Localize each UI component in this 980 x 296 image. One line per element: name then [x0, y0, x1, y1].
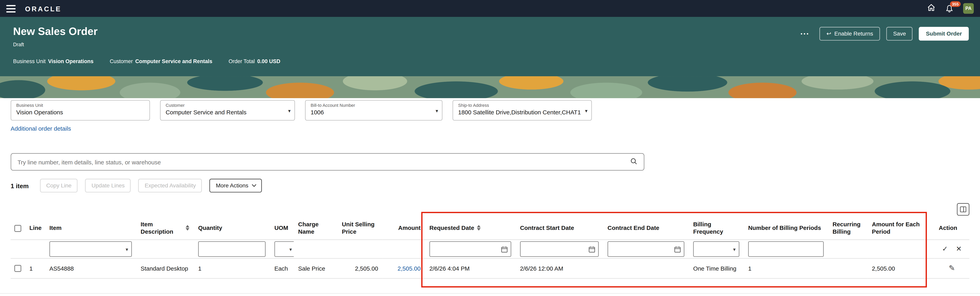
chevron-down-icon[interactable]: ▾ [585, 108, 587, 114]
line-search-bar [11, 153, 644, 170]
filter-action-icons: ✓ ✕ [939, 245, 965, 253]
chevron-down-icon [252, 183, 256, 187]
return-arrow-icon: ↩ [827, 31, 831, 37]
col-header-item: Item [45, 217, 137, 239]
user-avatar[interactable]: PA [963, 3, 974, 14]
cell-amount-for-each-period: 2,505.00 [867, 258, 934, 278]
col-header-amount: Amount [383, 217, 425, 239]
calendar-icon[interactable] [674, 245, 681, 253]
chevron-down-icon[interactable]: ▾ [436, 108, 438, 114]
cell-line: 1 [25, 258, 45, 278]
submit-order-button[interactable]: Submit Order [919, 27, 969, 40]
apply-filter-check-icon[interactable]: ✓ [942, 245, 948, 253]
calendar-icon[interactable] [588, 245, 596, 253]
order-line-row[interactable]: 1 AS54888 Standard Desktop 1 Each Sale P… [11, 258, 969, 278]
filter-item-select[interactable]: ▾ [49, 241, 132, 257]
order-summary-meta: Business Unit Vision Operations Customer… [13, 58, 967, 65]
cell-item-description: Standard Desktop [136, 258, 194, 278]
col-header-contract-start-date: Contract Start Date [515, 217, 603, 239]
filter-requested-date [430, 241, 511, 257]
home-icon[interactable] [927, 3, 935, 14]
expected-availability-button[interactable]: Expected Availability [138, 179, 202, 193]
columns-icon [959, 206, 967, 213]
cell-unit-selling-price: 2,505.00 [337, 258, 383, 278]
order-header-fields: Business Unit Vision Operations Customer… [11, 100, 969, 121]
col-header-item-description[interactable]: Item Description [136, 217, 194, 239]
update-lines-button[interactable]: Update Lines [85, 179, 131, 193]
clear-filter-close-icon[interactable]: ✕ [956, 245, 962, 253]
filter-contract-end-date-input[interactable] [608, 241, 684, 257]
col-header-uom: UOM [270, 217, 294, 239]
hamburger-menu-icon[interactable] [6, 5, 16, 12]
business-unit-field[interactable]: Business Unit Vision Operations [11, 100, 150, 121]
calendar-icon[interactable] [501, 245, 508, 253]
save-button[interactable]: Save [886, 27, 913, 40]
filter-billing-frequency-select[interactable]: ▾ [693, 241, 739, 257]
more-actions-button[interactable]: More Actions [210, 179, 262, 193]
topbar-right-cluster: 355 PA [927, 3, 974, 14]
filter-uom-select[interactable]: ▾ [274, 241, 294, 257]
more-options-icon[interactable]: ••• [800, 31, 810, 37]
line-search-input[interactable] [18, 158, 625, 166]
cell-charge-name: Sale Price [294, 258, 337, 278]
bill-to-account-field[interactable]: Bill-to Account Number 1006 ▾ [305, 100, 442, 121]
amount-link[interactable]: 2,505.00 [398, 265, 420, 272]
meta-order-total: Order Total 0.00 USD [229, 58, 280, 65]
cell-number-of-billing-periods: 1 [744, 258, 828, 278]
col-header-contract-end-date: Contract End Date [603, 217, 689, 239]
chevron-down-icon: ▾ [733, 247, 736, 252]
page-header: New Sales Order Draft Business Unit Visi… [0, 17, 980, 76]
filter-contract-start-date-input[interactable] [520, 241, 599, 257]
sort-icon[interactable] [186, 225, 189, 231]
filter-quantity-input[interactable] [198, 241, 266, 257]
notifications-bell-icon[interactable]: 355 [945, 4, 954, 13]
manage-columns-button[interactable] [957, 203, 969, 216]
chevron-down-icon: ▾ [126, 247, 128, 252]
cell-contract-start-date: 2/6/26 12:00 AM [515, 258, 603, 278]
filter-requested-date-input[interactable] [430, 241, 511, 257]
status-badge: Draft [13, 42, 967, 48]
lines-toolbar: 1 item Copy Line Update Lines Expected A… [11, 179, 969, 193]
customer-field[interactable]: Customer Computer Service and Rentals ▾ [160, 100, 295, 121]
content-divider [0, 293, 980, 293]
decorative-banner [0, 76, 980, 98]
table-header-row: Line Item Item Description Quantity UOM … [11, 217, 969, 239]
main-content: Business Unit Vision Operations Customer… [0, 100, 980, 293]
cell-item: AS54888 [45, 258, 137, 278]
additional-order-details-link[interactable]: Additional order details [11, 125, 71, 132]
col-header-unit-selling-price: Unit Selling Price [337, 217, 383, 239]
app-window: ORACLE 355 PA New Sales Order Draft Busi… [0, 0, 980, 296]
meta-customer: Customer Computer Service and Rentals [110, 58, 212, 65]
row-checkbox[interactable] [14, 265, 21, 272]
col-header-action: Action [934, 217, 969, 239]
filter-billing-periods-input[interactable] [748, 241, 824, 257]
cell-billing-frequency: One Time Billing [689, 258, 744, 278]
search-icon[interactable] [630, 156, 638, 167]
filter-contract-end-date [608, 241, 684, 257]
cell-recurring-billing [828, 258, 867, 278]
col-header-billing-frequency: Billing Frequency [689, 217, 744, 239]
order-lines-table-wrap: Line Item Item Description Quantity UOM … [11, 217, 969, 278]
col-header-requested-date[interactable]: Requested Date [425, 217, 515, 239]
header-action-buttons: ••• ↩ Enable Returns Save Submit Order [800, 27, 969, 40]
filter-contract-start-date [520, 241, 599, 257]
col-header-amount-for-each-period: Amount for Each Period [867, 217, 934, 239]
meta-business-unit: Business Unit Vision Operations [13, 58, 94, 65]
order-lines-table: Line Item Item Description Quantity UOM … [11, 217, 969, 278]
notification-count-badge: 355 [950, 1, 961, 7]
col-header-number-of-billing-periods: Number of Billing Periods [744, 217, 828, 239]
chevron-down-icon: ▾ [289, 247, 292, 252]
sort-icon[interactable] [477, 225, 480, 231]
cell-quantity: 1 [194, 258, 270, 278]
chevron-down-icon[interactable]: ▾ [288, 108, 291, 114]
cell-contract-end-date [603, 258, 689, 278]
cell-uom: Each [270, 258, 294, 278]
cell-requested-date: 2/6/26 4:04 PM [425, 258, 515, 278]
copy-line-button[interactable]: Copy Line [40, 179, 78, 193]
edit-pencil-icon[interactable]: ✎ [939, 264, 965, 272]
select-all-checkbox[interactable] [14, 225, 21, 232]
order-lines-section: Line Item Item Description Quantity UOM … [11, 203, 969, 278]
item-count-label: 1 item [11, 182, 29, 189]
ship-to-address-field[interactable]: Ship-to Address 1800 Satellite Drive,Dis… [452, 100, 592, 121]
enable-returns-button[interactable]: ↩ Enable Returns [819, 27, 880, 40]
